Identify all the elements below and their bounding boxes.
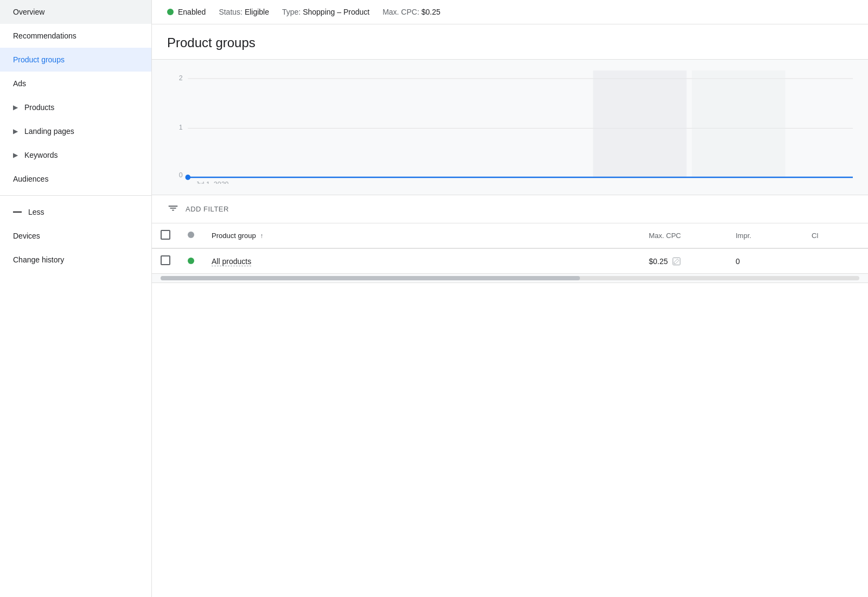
svg-text:0: 0 (179, 171, 183, 179)
th-checkbox (152, 223, 179, 248)
cpc-value: $0.25 (649, 257, 668, 266)
horizontal-scrollbar[interactable] (161, 276, 859, 280)
sidebar-item-keywords[interactable]: ▶ Keywords (0, 143, 151, 167)
th-max-cpc-label: Max. CPC (649, 232, 681, 240)
scrollbar-row (152, 274, 868, 283)
status-item: Status: Eligible (219, 8, 269, 16)
type-label: Type: (282, 8, 301, 16)
chart-svg: 2 1 0 Jul 1, 2020 (167, 70, 853, 184)
status-bar: Enabled Status: Eligible Type: Shopping … (152, 0, 868, 24)
sidebar-item-overview[interactable]: Overview (0, 0, 151, 24)
sidebar-item-label: Landing pages (24, 127, 74, 136)
sidebar-item-label: Audiences (13, 175, 48, 183)
svg-text:1: 1 (179, 124, 183, 131)
cpc-value-container: $0.25 (649, 256, 718, 267)
sidebar-item-recommendations[interactable]: Recommendations (0, 24, 151, 48)
th-product-group[interactable]: Product group ↑ (203, 223, 640, 248)
sidebar-divider (0, 195, 151, 196)
chevron-right-icon: ▶ (13, 151, 18, 159)
chevron-right-icon: ▶ (13, 104, 18, 111)
sidebar-item-label: Recommendations (13, 31, 76, 40)
sidebar-item-devices[interactable]: Devices (0, 224, 151, 248)
row-status-cell (179, 248, 203, 274)
row-checkbox-cell (152, 248, 179, 274)
sidebar-item-label: Product groups (13, 55, 65, 64)
sidebar-item-label: Devices (13, 232, 40, 240)
enabled-label: Enabled (178, 8, 206, 16)
enabled-status: Enabled (167, 8, 206, 16)
table-container: Product group ↑ Max. CPC Impr. Cl (152, 223, 868, 597)
product-groups-table: Product group ↑ Max. CPC Impr. Cl (152, 223, 868, 283)
th-product-group-label: Product group (212, 232, 256, 240)
status-label: Status: (219, 8, 242, 16)
filter-bar[interactable]: ADD FILTER (152, 195, 868, 223)
header-status-dot (188, 232, 194, 238)
row-product-group-cell: All products (203, 248, 640, 274)
row-checkbox[interactable] (161, 255, 170, 265)
max-cpc-item: Max. CPC: $0.25 (382, 8, 441, 16)
table-row: All products $0.25 (152, 248, 868, 274)
sort-arrow-icon: ↑ (260, 232, 263, 240)
sidebar-item-change-history[interactable]: Change history (0, 248, 151, 272)
sidebar-less-button[interactable]: Less (0, 200, 151, 224)
sidebar-item-audiences[interactable]: Audiences (0, 167, 151, 191)
svg-point-9 (186, 175, 191, 180)
type-item: Type: Shopping – Product (282, 8, 369, 16)
max-cpc-value: $0.25 (422, 8, 441, 16)
page-title-bar: Product groups (152, 24, 868, 60)
th-cl[interactable]: Cl (803, 223, 868, 248)
chart-inner: 2 1 0 Jul 1, 2020 (167, 70, 853, 184)
sidebar-item-ads[interactable]: Ads (0, 72, 151, 95)
all-products-link[interactable]: All products (212, 257, 251, 266)
header-checkbox[interactable] (161, 230, 170, 240)
sidebar-item-label: Ads (13, 79, 26, 88)
filter-icon (167, 202, 179, 216)
sidebar-item-landing-pages[interactable]: ▶ Landing pages (0, 119, 151, 143)
main-content: Enabled Status: Eligible Type: Shopping … (152, 0, 868, 597)
status-value: Eligible (245, 8, 269, 16)
row-max-cpc-cell: $0.25 (640, 248, 727, 274)
th-impr-label: Impr. (736, 232, 751, 240)
th-impr[interactable]: Impr. (727, 223, 803, 248)
sidebar-item-label: Overview (13, 8, 44, 16)
chevron-right-icon: ▶ (13, 127, 18, 135)
th-max-cpc[interactable]: Max. CPC (640, 223, 727, 248)
max-cpc-label: Max. CPC: (382, 8, 419, 16)
th-status (179, 223, 203, 248)
sidebar-item-products[interactable]: ▶ Products (0, 95, 151, 119)
row-cl-cell (803, 248, 868, 274)
sidebar-item-label: Products (24, 103, 54, 112)
sidebar-item-label: Change history (13, 255, 64, 264)
enabled-dot (167, 9, 174, 15)
svg-rect-7 (692, 70, 785, 177)
sidebar-item-product-groups[interactable]: Product groups (0, 48, 151, 72)
page-title: Product groups (167, 35, 853, 50)
edit-cpc-icon[interactable] (671, 256, 682, 267)
scrollbar-cell (152, 274, 868, 283)
sidebar-less-label: Less (28, 208, 44, 216)
svg-rect-6 (593, 70, 686, 177)
add-filter-label: ADD FILTER (186, 205, 229, 213)
impr-value: 0 (736, 257, 740, 266)
svg-text:Jul 1, 2020: Jul 1, 2020 (196, 181, 229, 184)
minus-icon (13, 211, 22, 213)
type-value: Shopping – Product (303, 8, 369, 16)
status-dot-green (188, 258, 194, 264)
svg-text:2: 2 (179, 74, 183, 82)
table-header-row: Product group ↑ Max. CPC Impr. Cl (152, 223, 868, 248)
row-impr-cell: 0 (727, 248, 803, 274)
chart-area: 2 1 0 Jul 1, 2020 (152, 60, 868, 195)
sidebar-item-label: Keywords (24, 151, 58, 159)
sidebar: Overview Recommendations Product groups … (0, 0, 152, 597)
th-cl-label: Cl (812, 232, 818, 240)
